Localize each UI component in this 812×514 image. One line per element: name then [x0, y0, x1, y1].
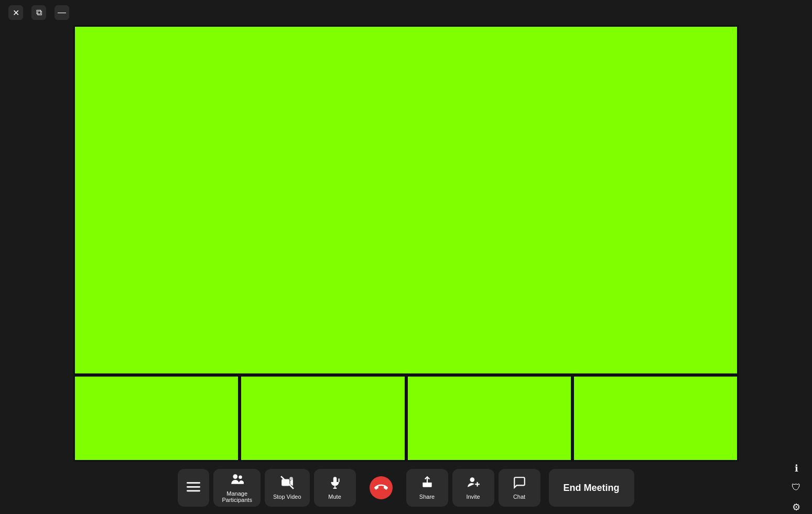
svg-point-3: [233, 474, 238, 479]
mute-label: Mute: [328, 494, 341, 500]
chat-icon: [513, 476, 526, 491]
share-button[interactable]: Share: [406, 469, 448, 507]
participants-icon: [230, 473, 244, 488]
mute-icon: [328, 476, 342, 491]
manage-participants-label: ManageParticipants: [222, 490, 252, 503]
minimize-button[interactable]: —: [55, 5, 69, 20]
side-icons: ℹ 🛡 ⚙: [789, 462, 804, 514]
thumbnail-video-1: [73, 375, 240, 462]
invite-button[interactable]: Invite: [452, 469, 494, 507]
settings-icon[interactable]: ⚙: [789, 501, 804, 514]
share-icon: [420, 476, 434, 491]
svg-rect-2: [187, 490, 200, 492]
chat-label: Chat: [513, 494, 525, 500]
svg-rect-0: [187, 482, 200, 484]
end-call-button[interactable]: [360, 469, 402, 507]
phone-hangup-icon: [370, 476, 393, 499]
svg-point-12: [470, 477, 474, 482]
stop-video-icon: [280, 476, 294, 491]
thumbnail-video-4: [572, 375, 739, 462]
thumbnail-video-3: [406, 375, 572, 462]
svg-point-4: [239, 475, 242, 479]
title-bar: ✕ ⧉ —: [0, 0, 812, 25]
svg-point-6: [289, 477, 293, 480]
mute-button[interactable]: Mute: [314, 469, 356, 507]
video-container: [0, 25, 812, 462]
manage-participants-button[interactable]: ManageParticipants: [213, 469, 260, 507]
chat-button[interactable]: Chat: [499, 469, 540, 507]
close-button[interactable]: ✕: [8, 5, 23, 20]
invite-label: Invite: [466, 494, 480, 500]
thumbnail-row: [73, 375, 739, 462]
stop-video-button[interactable]: Stop Video: [265, 469, 310, 507]
main-video: [73, 25, 739, 375]
end-meeting-button[interactable]: End Meeting: [549, 469, 634, 507]
thumbnail-video-2: [240, 375, 406, 462]
invite-icon: [467, 476, 480, 491]
stop-video-label: Stop Video: [273, 494, 301, 500]
svg-rect-1: [187, 486, 200, 488]
info-icon[interactable]: ℹ: [789, 462, 804, 475]
tile-button[interactable]: ⧉: [31, 5, 46, 20]
shield-icon[interactable]: 🛡: [789, 481, 804, 494]
menu-button[interactable]: [178, 469, 209, 507]
toolbar: ManageParticipants Stop Video Mute Share: [0, 462, 812, 514]
share-label: Share: [419, 494, 435, 500]
menu-icon: [187, 480, 200, 496]
